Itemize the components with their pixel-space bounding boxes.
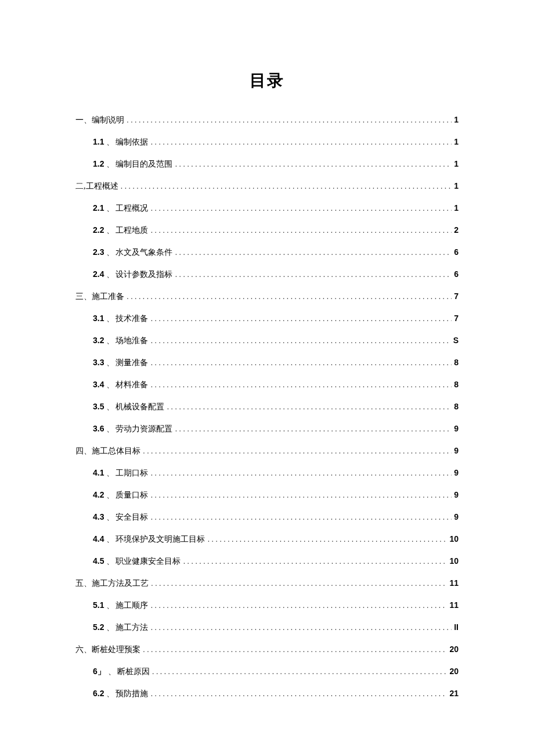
toc-entry-page: 6 <box>454 269 459 279</box>
toc-entry-text: 工期口标 <box>116 468 148 478</box>
toc-entry-page: 11 <box>449 578 459 588</box>
toc-dots <box>150 314 452 323</box>
toc-entry: 2.2、工程地质2 <box>75 225 459 236</box>
toc-entry: 6.2、预防措施21 <box>75 689 459 699</box>
toc-entry: 四、施工总体目标9 <box>75 446 459 456</box>
page-title: 目录 <box>75 70 459 92</box>
toc-entry-text: 质量口标 <box>116 490 148 501</box>
table-of-contents: 一、编制说明11.1、编制依据11.2、编制目的及范围1二,工程概述12.1、工… <box>75 115 459 699</box>
toc-entry-text: 材料准备 <box>116 380 148 390</box>
toc-entry-text: 施工准备 <box>92 291 124 302</box>
toc-entry-separator: 、 <box>106 468 114 478</box>
toc-entry: 4.1、工期口标9 <box>75 468 459 478</box>
toc-entry-page: 6 <box>454 247 459 257</box>
toc-entry-page: 20 <box>449 667 459 676</box>
toc-entry-text: 编制说明 <box>92 115 124 125</box>
toc-entry-separator: 、 <box>106 137 114 147</box>
toc-dots <box>150 336 450 345</box>
toc-dots <box>143 446 452 455</box>
toc-entry-separator: 、 <box>106 203 114 214</box>
toc-entry-text: 场地淮备 <box>116 336 148 346</box>
toc-entry-number: 4.3 <box>93 512 104 521</box>
toc-entry-number: 1.2 <box>93 159 104 168</box>
toc-dots <box>127 115 452 124</box>
toc-entry-text: 编制目的及范围 <box>116 159 172 170</box>
toc-entry-page: 1 <box>454 181 459 190</box>
toc-entry: 1.1、编制依据1 <box>75 137 459 147</box>
toc-entry-number: 5.1 <box>93 600 104 610</box>
toc-entry: 三、施工准备7 <box>75 291 459 302</box>
toc-dots <box>121 181 452 190</box>
toc-dots <box>150 358 452 367</box>
toc-entry-separator: 、 <box>106 622 114 633</box>
toc-dots <box>175 424 452 433</box>
toc-dots <box>150 490 452 499</box>
toc-entry-page: 11 <box>449 600 459 610</box>
toc-entry-page: 20 <box>449 645 459 654</box>
toc-dots <box>150 600 447 610</box>
toc-entry-separator: 、 <box>106 424 114 434</box>
toc-entry-number: 2.3 <box>93 247 104 257</box>
toc-entry: 2.4、设计参数及指标6 <box>75 269 459 280</box>
toc-dots <box>150 468 452 477</box>
toc-entry: 1.2、编制目的及范围1 <box>75 159 459 170</box>
toc-entry-page: 21 <box>449 689 459 698</box>
toc-entry-page: 9 <box>454 512 459 521</box>
toc-dots <box>175 269 452 279</box>
toc-entry-text: 施工总体目标 <box>92 446 140 456</box>
toc-entry-separator: 、 <box>106 534 114 545</box>
toc-entry-number: 3.5 <box>93 402 104 411</box>
toc-entry-page: 8 <box>454 402 459 411</box>
toc-entry-separator: 、 <box>106 380 114 390</box>
toc-entry: 4.4、环境保护及文明施工目标10 <box>75 534 459 545</box>
toc-entry-separator: 、 <box>106 336 114 346</box>
toc-entry-number: 4.2 <box>93 490 104 499</box>
toc-entry-text: 设计参数及指标 <box>116 269 172 280</box>
toc-entry-separator: 、 <box>106 269 114 280</box>
toc-entry-page: 9 <box>454 446 459 455</box>
toc-entry-number: 5.2 <box>93 622 104 632</box>
toc-entry: 3.3、测量准备8 <box>75 358 459 368</box>
toc-entry-text: 技术准备 <box>116 314 148 324</box>
toc-entry-separator: 、 <box>106 600 114 611</box>
toc-entry: 2.3、水文及气象条件6 <box>75 247 459 258</box>
toc-entry-text: 工程地质 <box>116 225 148 236</box>
toc-entry-number: 一、 <box>75 115 92 125</box>
toc-entry-text: 安全目标 <box>116 512 148 523</box>
toc-entry-page: S <box>453 336 459 345</box>
toc-dots <box>175 247 452 257</box>
toc-entry-page: 9 <box>454 424 459 433</box>
toc-entry-text: 测量准备 <box>116 358 148 368</box>
toc-dots <box>127 291 452 301</box>
toc-entry: 3.1、技术准备7 <box>75 314 459 324</box>
toc-dots <box>150 512 452 521</box>
toc-entry-number: 3.4 <box>93 380 104 389</box>
toc-entry-page: 1 <box>454 203 459 213</box>
toc-entry-separator: 、 <box>106 556 114 567</box>
toc-entry-number: 2.2 <box>93 225 104 235</box>
toc-entry-number: 2.1 <box>93 203 104 213</box>
toc-entry-page: II <box>454 622 459 632</box>
toc-dots <box>207 534 447 543</box>
toc-entry-page: 9 <box>454 468 459 477</box>
toc-entry-separator: 、 <box>106 512 114 523</box>
toc-entry: 4.5、职业健康安全目标10 <box>75 556 459 567</box>
toc-dots <box>150 225 452 235</box>
toc-entry-number: 四、 <box>75 446 92 456</box>
toc-entry-page: 9 <box>454 490 459 499</box>
toc-entry-number: 4.4 <box>93 534 104 543</box>
toc-entry-separator: 、 <box>106 159 114 170</box>
toc-dots <box>143 645 447 654</box>
toc-entry-page: 10 <box>449 534 459 543</box>
toc-entry-separator: 、 <box>106 358 114 368</box>
toc-entry-number: 3.3 <box>93 358 104 367</box>
toc-entry-text: 工程概况 <box>116 203 148 214</box>
toc-entry-text: 机械设备配置 <box>116 402 164 412</box>
toc-entry: 一、编制说明1 <box>75 115 459 125</box>
toc-entry: 3.4、材料准备8 <box>75 380 459 390</box>
toc-entry-text: 职业健康安全目标 <box>116 556 181 567</box>
toc-entry-text: 预防措施 <box>116 689 148 699</box>
toc-entry-page: 7 <box>454 314 459 323</box>
toc-entry-text: 断桩处理预案 <box>92 645 140 655</box>
toc-entry-text: 施工方法及工艺 <box>92 578 149 589</box>
